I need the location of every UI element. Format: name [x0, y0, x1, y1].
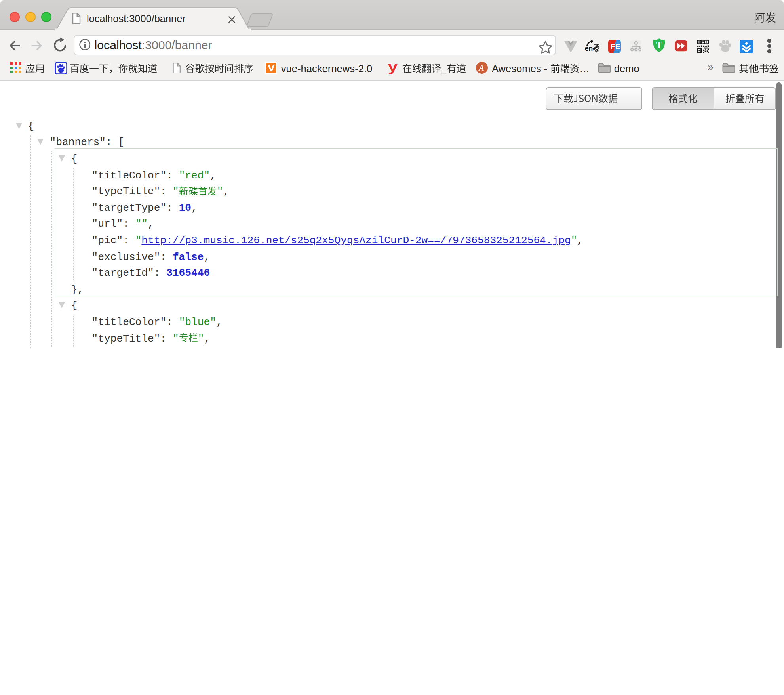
svg-text:T: T — [655, 40, 662, 51]
